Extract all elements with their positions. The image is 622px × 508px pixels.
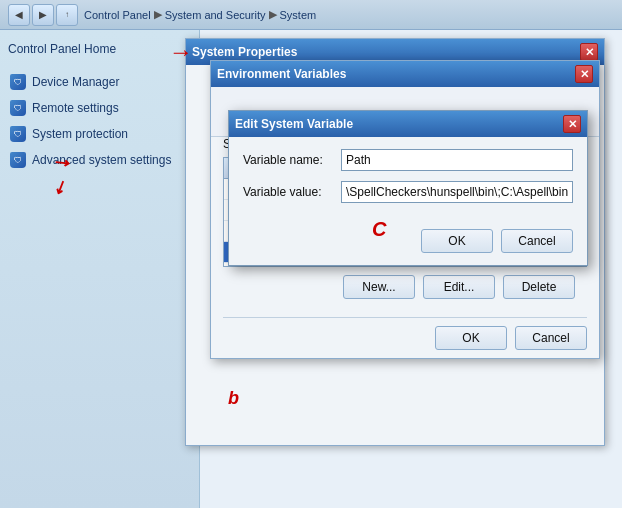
variable-value-input[interactable] [341,181,573,203]
breadcrumb-control-panel[interactable]: Control Panel [84,9,151,21]
sidebar-label-advanced: Advanced system settings [32,153,171,167]
vars-action-buttons: New... Edit... Delete [223,267,587,307]
shield-icon-protection: 🛡 [10,126,26,142]
variable-name-label: Variable name: [243,153,333,167]
delete-var-button[interactable]: Delete [503,275,575,299]
sidebar-label-device-manager: Device Manager [32,75,119,89]
shield-icon-device: 🛡 [10,74,26,90]
breadcrumb-system-security[interactable]: System and Security [165,9,266,21]
edit-var-button[interactable]: Edit... [423,275,495,299]
edit-var-titlebar: Edit System Variable ✕ [229,111,587,137]
edit-var-ok[interactable]: OK [421,229,493,253]
edit-var-dialog: Edit System Variable ✕ Variable name: Va… [228,110,588,266]
edit-var-cancel[interactable]: Cancel [501,229,573,253]
back-button[interactable]: ◀ [8,4,30,26]
shield-icon-advanced: 🛡 [10,152,26,168]
up-button[interactable]: ↑ [56,4,78,26]
sidebar-label-system-protection: System protection [32,127,128,141]
sidebar-item-remote-settings[interactable]: 🛡 Remote settings [8,96,191,120]
new-var-button[interactable]: New... [343,275,415,299]
system-properties-title: System Properties [192,45,297,59]
env-vars-cancel[interactable]: Cancel [515,326,587,350]
sidebar-item-advanced-system[interactable]: 🛡 Advanced system settings [8,148,191,172]
env-vars-ok[interactable]: OK [435,326,507,350]
env-vars-title: Environment Variables [217,67,346,81]
variable-name-input[interactable] [341,149,573,171]
variable-value-row: Variable value: [243,181,573,203]
edit-var-title: Edit System Variable [235,117,353,131]
title-bar: ◀ ▶ ↑ Control Panel ▶ System and Securit… [0,0,622,30]
env-vars-close[interactable]: ✕ [575,65,593,83]
breadcrumb-system[interactable]: System [280,9,317,21]
edit-var-close[interactable]: ✕ [563,115,581,133]
sidebar-item-system-protection[interactable]: 🛡 System protection [8,122,191,146]
edit-var-buttons: OK Cancel [229,225,587,265]
breadcrumb: Control Panel ▶ System and Security ▶ Sy… [84,8,316,21]
shield-icon-remote: 🛡 [10,100,26,116]
variable-name-row: Variable name: [243,149,573,171]
env-vars-bottom-buttons: OK Cancel [211,318,599,358]
nav-buttons: ◀ ▶ ↑ [8,4,78,26]
sidebar-home[interactable]: Control Panel Home [8,42,191,56]
sidebar-label-remote-settings: Remote settings [32,101,119,115]
sidebar-item-device-manager[interactable]: 🛡 Device Manager [8,70,191,94]
env-vars-titlebar: Environment Variables ✕ [211,61,599,87]
system-properties-close[interactable]: ✕ [580,43,598,61]
variable-value-label: Variable value: [243,185,333,199]
edit-var-body: Variable name: Variable value: [229,137,587,225]
forward-button[interactable]: ▶ [32,4,54,26]
sidebar: Control Panel Home 🛡 Device Manager 🛡 Re… [0,30,200,508]
